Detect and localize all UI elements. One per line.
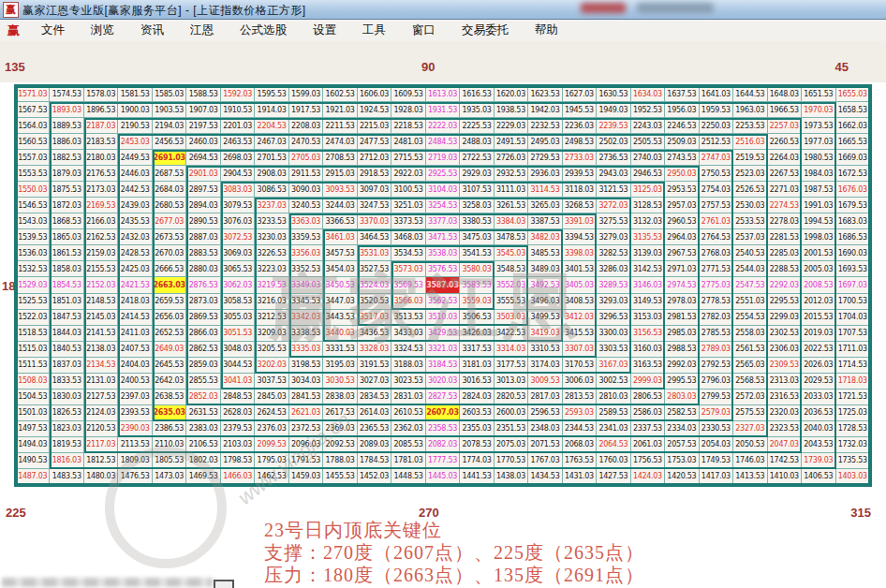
- gann-cell: 2607.03: [426, 405, 460, 421]
- gann-cell: 3275.53: [597, 213, 630, 229]
- gann-cell: 2708.53: [323, 150, 357, 166]
- gann-cell: 2502.03: [597, 134, 630, 150]
- menu-item-6[interactable]: 设置: [300, 22, 349, 38]
- menu-item-1[interactable]: 文件: [28, 22, 78, 38]
- gann-cell: 3044.53: [221, 358, 255, 374]
- gann-cell: 2236.03: [563, 118, 597, 134]
- gann-cell: 2057.53: [665, 437, 699, 453]
- gann-cell: 1623.53: [528, 86, 562, 102]
- gann-cell: 1648.03: [768, 86, 802, 102]
- gann-cell: 1564.03: [16, 118, 50, 134]
- gann-cell: 1907.03: [186, 102, 220, 118]
- gann-cell: 3387.53: [528, 213, 562, 229]
- gann-cell: 2579.03: [700, 405, 733, 421]
- gann-cell: 1882.53: [50, 150, 83, 166]
- gann-cell: 1690.03: [836, 245, 870, 261]
- gann-cell: 3538.03: [426, 245, 460, 261]
- menu-item-10[interactable]: 帮助: [522, 22, 571, 38]
- gann-cell: 2180.03: [84, 150, 118, 166]
- gann-cell: 2680.53: [153, 198, 186, 213]
- gann-cell: 2761.03: [700, 213, 733, 229]
- menu-item-4[interactable]: 江恩: [177, 22, 227, 38]
- gann-cell: 2883.53: [186, 245, 220, 261]
- menu-logo-icon: 赢: [0, 22, 28, 39]
- gann-cell: 2218.53: [391, 118, 425, 134]
- gann-cell: 2446.03: [118, 166, 152, 182]
- gann-cell: 3314.03: [495, 342, 528, 358]
- gann-cell: 2547.53: [733, 277, 767, 293]
- gann-cell: 2981.53: [665, 310, 699, 326]
- gann-cell: 2733.03: [563, 150, 597, 166]
- gann-cell: 3436.53: [358, 326, 391, 342]
- gann-cell: 2379.53: [221, 421, 255, 437]
- gann-cell: 2778.53: [700, 294, 733, 310]
- gann-cell: 2320.03: [768, 405, 802, 421]
- gann-cell: 3139.03: [631, 245, 665, 261]
- gann-cell: 1476.53: [118, 469, 152, 485]
- gann-cell: 3083.03: [221, 182, 255, 198]
- gann-cell: 1931.53: [426, 102, 460, 118]
- gann-cell: 1938.53: [495, 102, 528, 118]
- gann-cell: 1900.03: [118, 102, 152, 118]
- gann-cell: 2922.03: [391, 166, 425, 182]
- gann-cell: 3132.03: [631, 213, 665, 229]
- gann-cell: 1966.53: [768, 102, 802, 118]
- gann-cell: 2190.53: [118, 118, 152, 134]
- gann-cell: 3422.53: [495, 326, 528, 342]
- menu-item-8[interactable]: 窗口: [399, 22, 449, 38]
- menu-item-2[interactable]: 浏览: [78, 22, 127, 38]
- gann-cell: 3184.53: [426, 358, 460, 374]
- gann-cell: 2316.53: [768, 390, 802, 405]
- caption-support-line: 支撑：270度（2607点）、225度（2635点）: [264, 541, 644, 564]
- gann-cell: 2561.53: [733, 342, 767, 358]
- gann-cell: 2852.03: [186, 390, 220, 405]
- menu-item-5[interactable]: 公式选股: [227, 22, 300, 38]
- menu-item-7[interactable]: 工具: [349, 22, 399, 38]
- gann-cell: 1973.53: [802, 118, 835, 134]
- gann-cell: 1557.03: [16, 150, 50, 166]
- gann-cell: 2939.53: [563, 166, 597, 182]
- gann-cell: 2792.53: [700, 358, 733, 374]
- menu-item-3[interactable]: 资讯: [127, 22, 177, 38]
- gann-cell: 1872.03: [50, 198, 83, 213]
- gann-cell: 1469.53: [186, 469, 220, 485]
- gann-cell: 2754.03: [700, 182, 733, 198]
- gann-cell: 2071.53: [528, 437, 562, 453]
- gann-cell: 2621.03: [289, 405, 323, 421]
- gann-cell: 2603.53: [460, 405, 494, 421]
- gann-cell: 1893.03: [50, 102, 83, 118]
- gann-cell: 1980.53: [802, 150, 835, 166]
- gann-cell: 2565.03: [733, 358, 767, 374]
- menu-item-9[interactable]: 交易委托: [449, 22, 522, 38]
- gann-cell: 2726.03: [495, 150, 528, 166]
- gann-cell: 2943.03: [597, 166, 630, 182]
- gann-cell: 2817.03: [528, 390, 562, 405]
- gann-cell: 3496.03: [528, 294, 562, 310]
- title-bar: 赢 赢家江恩专业版[赢家服务平台] - [上证指数价格正方形]: [0, 0, 886, 20]
- gann-cell: 2691.03: [153, 150, 186, 166]
- gann-cell: 1721.53: [836, 390, 870, 405]
- gann-cell: 1886.03: [50, 134, 83, 150]
- gann-cell: 3205.53: [255, 342, 288, 358]
- gann-cell: 1620.03: [495, 86, 528, 102]
- gann-cell: 2915.03: [323, 166, 357, 182]
- gann-cell: 1592.03: [221, 86, 255, 102]
- gann-cell: 2831.03: [391, 390, 425, 405]
- gann-cell: 2463.53: [221, 134, 255, 150]
- gann-cell: 2519.53: [733, 150, 767, 166]
- gann-cell: 3223.03: [255, 261, 288, 277]
- gann-cell: 2152.03: [84, 277, 118, 293]
- gann-cell: 1462.53: [255, 469, 288, 485]
- gann-cell: 2110.03: [153, 437, 186, 453]
- gann-cell: 1515.03: [16, 342, 50, 358]
- gann-cell: 2131.03: [84, 374, 118, 390]
- gann-cell: 1665.53: [836, 134, 870, 150]
- gann-cell: 1977.03: [802, 134, 835, 150]
- gann-cell: 3440.03: [323, 326, 357, 342]
- gann-cell: 1413.53: [733, 469, 767, 485]
- gann-cell: 3580.03: [460, 261, 494, 277]
- gann-cell: 3401.53: [563, 261, 597, 277]
- gann-cell: 2859.03: [186, 358, 220, 374]
- gann-cell: 3072.53: [221, 229, 255, 245]
- gann-cell: 2705.03: [289, 150, 323, 166]
